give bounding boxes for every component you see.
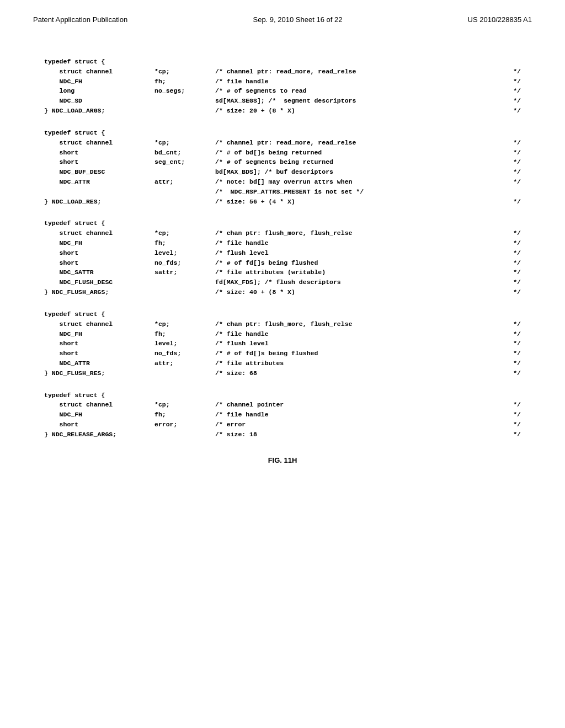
code-line: } NDC_RELEASE_ARGS;/* size: 18*/ bbox=[44, 430, 521, 440]
code-line: NDC_BUF_DESCbd[MAX_BDS]; /* buf descript… bbox=[44, 167, 521, 177]
code-line: struct channel*cp;/* channel pointer*/ bbox=[44, 400, 521, 410]
code-line: NDC_ATTRattr;/* file attributes*/ bbox=[44, 358, 521, 368]
code-line: NDC_FHfh;/* file handle*/ bbox=[44, 329, 521, 339]
code-line: shortlevel;/* flush level*/ bbox=[44, 248, 521, 258]
page-header: Patent Application Publication Sep. 9, 2… bbox=[0, 0, 565, 35]
code-line: NDC_ATTRattr;/* note: bd[] may overrun a… bbox=[44, 177, 521, 187]
sheet-info: Sep. 9, 2010 Sheet 16 of 22 bbox=[253, 15, 342, 24]
code-line: typedef struct { bbox=[44, 390, 521, 400]
code-line: typedef struct { bbox=[44, 128, 521, 138]
code-line: NDC_SATTRsattr;/* file attributes (writa… bbox=[44, 267, 521, 277]
code-line: typedef struct { bbox=[44, 218, 521, 228]
code-block-ndc-release-args: typedef struct { struct channel*cp;/* ch… bbox=[44, 390, 521, 440]
code-line: NDC_FHfh;/* file handle*/ bbox=[44, 238, 521, 248]
patent-number: US 2010/228835 A1 bbox=[468, 15, 532, 24]
code-line: typedef struct { bbox=[44, 309, 521, 319]
code-line: shorterror;/* error*/ bbox=[44, 420, 521, 430]
code-line: NDC_FHfh;/* file handle*/ bbox=[44, 410, 521, 420]
code-block-ndc-load-res: typedef struct { struct channel*cp;/* ch… bbox=[44, 128, 521, 207]
code-line: NDC_FLUSH_DESCfd[MAX_FDS]; /* flush desc… bbox=[44, 277, 521, 287]
code-line: NDC_FHfh;/* file handle*/ bbox=[44, 77, 521, 87]
code-line: struct channel*cp;/* channel ptr: read_m… bbox=[44, 138, 521, 148]
code-line: shortseg_cnt;/* # of segments being retu… bbox=[44, 157, 521, 167]
code-line: struct channel*cp;/* chan ptr: flush_mor… bbox=[44, 319, 521, 329]
code-line: struct channel*cp;/* chan ptr: flush_mor… bbox=[44, 228, 521, 238]
code-line: shortno_fds;/* # of fd[]s being flushed*… bbox=[44, 258, 521, 268]
code-section: typedef struct { struct channel*cp;/* ch… bbox=[44, 57, 521, 440]
code-block-ndc-flush-res: typedef struct { struct channel*cp;/* ch… bbox=[44, 309, 521, 378]
code-block-ndc-flush-args: typedef struct { struct channel*cp;/* ch… bbox=[44, 218, 521, 297]
code-line: } NDC_FLUSH_RES;/* size: 68*/ bbox=[44, 368, 521, 378]
code-line: NDC_SDsd[MAX_SEGS]; /* segment descripto… bbox=[44, 96, 521, 106]
code-line: shortlevel;/* flush level*/ bbox=[44, 339, 521, 349]
code-line: } NDC_LOAD_ARGS;/* size: 20 + (8 * X)*/ bbox=[44, 106, 521, 116]
main-content: typedef struct { struct channel*cp;/* ch… bbox=[0, 35, 565, 486]
code-line: /* NDC_RSP_ATTRS_PRESENT is not set */ bbox=[44, 187, 521, 197]
code-line: } NDC_LOAD_RES;/* size: 56 + (4 * X)*/ bbox=[44, 197, 521, 207]
page-container: Patent Application Publication Sep. 9, 2… bbox=[0, 0, 565, 728]
code-line: longno_segs;/* # of segments to read*/ bbox=[44, 86, 521, 96]
code-block-ndc-load-args: typedef struct { struct channel*cp;/* ch… bbox=[44, 57, 521, 116]
code-line: struct channel*cp;/* channel ptr: read_m… bbox=[44, 67, 521, 77]
code-line: shortno_fds;/* # of fd[]s being flushed*… bbox=[44, 349, 521, 358]
code-line: } NDC_FLUSH_ARGS;/* size: 40 + (8 * X)*/ bbox=[44, 287, 521, 297]
code-line: typedef struct { bbox=[44, 57, 521, 67]
figure-caption: FIG. 11H bbox=[44, 456, 521, 464]
code-line: shortbd_cnt;/* # of bd[]s being returned… bbox=[44, 148, 521, 158]
publication-label: Patent Application Publication bbox=[33, 15, 127, 24]
